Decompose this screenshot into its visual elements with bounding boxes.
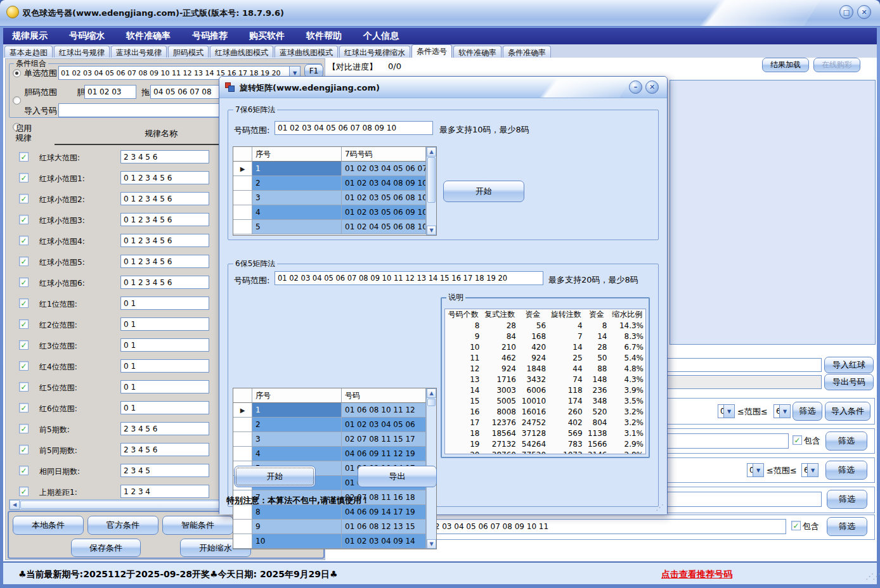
rule-value-input[interactable]: 0 1 <box>120 401 209 414</box>
rule-checkbox[interactable]: ✓ <box>19 424 29 433</box>
dialog-titlebar[interactable]: 旋转矩阵(www.edengjiang.com) – ✕ <box>219 77 667 98</box>
table-row[interactable]: 201 02 03 04 05 06 <box>233 418 436 432</box>
rule-value-input[interactable]: 0 1 2 3 4 5 6 <box>120 255 209 268</box>
matrix7-start-button[interactable]: 开始 <box>443 181 524 202</box>
rule-value-input[interactable]: 0 1 <box>120 380 209 393</box>
row3-filter-button[interactable]: 筛选 <box>793 402 822 421</box>
row5-max-combo[interactable]: 6 ▼ <box>801 463 819 477</box>
seq-cell[interactable]: 9 <box>252 520 342 534</box>
seq-cell[interactable]: 4 <box>252 447 342 461</box>
subtract-include-checkbox[interactable]: ✓ <box>791 521 801 530</box>
table-row[interactable]: ▶101 02 03 04 05 06 07 <box>233 162 436 176</box>
matrix6-range-input[interactable]: 01 02 03 04 05 06 07 08 09 10 11 12 13 1… <box>275 271 543 285</box>
rule-value-input[interactable]: 2 3 4 5 6 <box>120 150 209 163</box>
tab-condition-select[interactable]: 条件选号 <box>411 44 452 58</box>
row-selector-cell[interactable] <box>233 418 252 432</box>
table-row[interactable]: ▶101 06 08 10 11 12 <box>233 403 436 418</box>
seq-cell[interactable]: 1 <box>252 162 342 176</box>
chevron-down-icon[interactable]: ▼ <box>807 464 818 476</box>
seq-cell[interactable]: 3 <box>252 191 342 205</box>
table-row[interactable]: 302 07 08 11 15 17 <box>233 432 436 447</box>
seq-cell[interactable]: 2 <box>252 418 342 432</box>
tab-basic-trend-chart[interactable]: 基本走趋图 <box>4 46 53 58</box>
save-condition-button[interactable]: 保存条件 <box>71 539 141 557</box>
tab-software-accuracy[interactable]: 软件准确率 <box>453 46 501 58</box>
numbers-cell[interactable]: 01 02 03 05 06 09 10 <box>342 205 426 220</box>
row-selector-cell[interactable] <box>233 447 252 461</box>
row4-include-checkbox[interactable]: ✓ <box>793 435 802 445</box>
subtract-filter-button[interactable]: 筛选 <box>827 517 867 536</box>
scrollbar-thumb[interactable] <box>427 157 436 203</box>
numbers-cell[interactable]: 01 06 08 12 13 15 <box>342 520 426 534</box>
row-selector-cell[interactable] <box>233 205 252 220</box>
rule-value-input[interactable]: 0 1 <box>120 338 209 352</box>
rule-value-input[interactable]: 0 1 2 3 4 5 6 <box>120 234 209 247</box>
rule-checkbox[interactable]: ✓ <box>19 173 29 182</box>
local-condition-button[interactable]: 本地条件 <box>13 516 84 535</box>
numbers-cell[interactable]: 01 06 08 10 11 12 <box>342 403 426 418</box>
table-row[interactable]: 501 02 04 05 06 08 10 <box>233 220 436 234</box>
export-numbers-button[interactable]: 导出号码 <box>824 374 874 390</box>
rule-checkbox[interactable]: ✓ <box>19 403 29 412</box>
import-condition-button[interactable]: 导入条件 <box>825 402 870 421</box>
subtract-value-input[interactable]: 01 02 03 04 05 06 07 08 09 10 11 <box>415 519 786 534</box>
tab-blue-curve-mode[interactable]: 蓝球曲线图模式 <box>275 46 338 58</box>
seq-cell[interactable]: 2 <box>252 176 342 191</box>
matrix6-start-button[interactable]: 开始 <box>234 466 316 487</box>
seq-cell[interactable]: 1 <box>252 403 342 418</box>
rule-value-input[interactable]: 0 1 2 3 4 5 6 <box>120 276 209 289</box>
rule-checkbox[interactable]: ✓ <box>19 487 29 496</box>
maximize-button[interactable]: □ <box>839 5 853 19</box>
dialog-minimize-button[interactable]: – <box>629 80 642 94</box>
rule-checkbox[interactable]: ✓ <box>19 382 29 392</box>
row-selector-cell[interactable] <box>233 191 252 205</box>
scroll-up-icon[interactable]: ▲ <box>427 388 436 398</box>
row-selector-cell[interactable] <box>233 520 252 534</box>
seq-cell[interactable]: 8 <box>252 505 342 520</box>
rule-checkbox[interactable]: ✓ <box>19 152 29 162</box>
rule-value-input[interactable]: 0 1 2 3 4 5 6 <box>120 213 209 226</box>
numbers-cell[interactable]: 04 06 09 14 17 19 <box>342 505 426 520</box>
rule-checkbox[interactable]: ✓ <box>19 194 29 203</box>
close-button[interactable]: ✕ <box>857 5 871 19</box>
row-selector-cell[interactable] <box>233 220 252 234</box>
dialog-resize-grip[interactable]: ⋰ <box>656 502 663 512</box>
table-row[interactable]: 1001 02 03 04 09 14 <box>233 534 436 549</box>
rule-checkbox[interactable]: ✓ <box>19 257 29 266</box>
dan-input[interactable]: 01 02 03 <box>84 85 136 99</box>
dialog-close-button[interactable]: ✕ <box>645 80 659 94</box>
menu-software-accuracy[interactable]: 软件准确率 <box>126 30 171 42</box>
table-row[interactable]: 201 02 03 04 08 09 10 <box>233 176 436 191</box>
chevron-down-icon[interactable]: ▼ <box>753 464 763 476</box>
rule-checkbox[interactable]: ✓ <box>19 236 29 245</box>
row5-filter-button[interactable]: 筛选 <box>825 461 867 480</box>
scroll-left-icon[interactable]: ◀ <box>10 500 20 509</box>
rule-checkbox[interactable]: ✓ <box>19 466 29 475</box>
matrix7-scrollbar[interactable]: ▲ ▼ <box>426 147 436 235</box>
rule-value-input[interactable]: 2 3 4 5 6 <box>120 422 209 435</box>
seq-cell[interactable]: 3 <box>252 432 342 447</box>
chevron-down-icon[interactable]: ▼ <box>779 405 790 418</box>
rule-value-input[interactable]: 2 3 4 5 <box>120 464 209 477</box>
official-condition-button[interactable]: 官方条件 <box>87 516 159 535</box>
row3-min-combo[interactable]: 0 ▼ <box>718 404 735 418</box>
rule-checkbox[interactable]: ✓ <box>19 278 29 287</box>
rule-checkbox[interactable]: ✓ <box>19 319 29 329</box>
numbers-cell[interactable]: 01 02 03 05 06 08 10 <box>342 191 426 205</box>
tab-red-curve-mode[interactable]: 红球曲线图模式 <box>210 46 273 58</box>
smart-condition-button[interactable]: 智能条件 <box>162 516 233 535</box>
rule-value-input[interactable]: 0 1 <box>120 317 209 331</box>
menu-rule-display[interactable]: 规律展示 <box>12 30 48 42</box>
seq-cell[interactable]: 5 <box>252 220 342 234</box>
row-selector-cell[interactable]: ▶ <box>233 403 252 418</box>
menu-number-recommend[interactable]: 号码推荐 <box>192 30 228 42</box>
numbers-cell[interactable]: 01 02 03 04 05 06 <box>342 418 426 432</box>
numbers-cell[interactable]: 01 02 03 04 08 09 10 <box>342 176 426 191</box>
result-load-button[interactable]: 结果加载 <box>762 58 809 72</box>
rule-value-input[interactable]: 2 3 4 5 6 <box>120 443 209 456</box>
rule-checkbox[interactable]: ✓ <box>19 445 29 454</box>
table-row[interactable]: 804 06 09 14 17 19 <box>233 505 436 520</box>
tab-red-pattern-shrink[interactable]: 红球出号规律缩水 <box>339 46 410 58</box>
table-row[interactable]: 404 06 09 11 12 19 <box>233 447 436 461</box>
window-resize-grip[interactable]: ⋰⋰ <box>865 572 879 581</box>
